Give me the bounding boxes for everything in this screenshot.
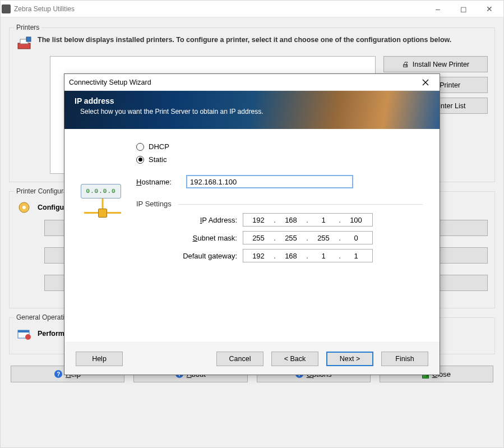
ip-octet[interactable]: 0	[341, 234, 371, 242]
static-label: Static	[149, 155, 167, 164]
ip-address-input[interactable]: 192. 168. 1. 100	[243, 213, 373, 227]
minimize-button[interactable]: –	[425, 1, 451, 17]
svg-point-4	[22, 206, 26, 209]
ip-settings-title: IP Settings	[136, 200, 175, 208]
operations-icon	[16, 326, 32, 341]
radio-icon	[136, 156, 144, 164]
svg-rect-6	[18, 330, 29, 332]
ip-octet[interactable]: 1	[308, 216, 339, 224]
ip-octet[interactable]: 192	[243, 252, 274, 260]
ip-octet[interactable]: 255	[276, 234, 306, 242]
gateway-row: Default gateway: 192. 168. 1. 1	[136, 249, 426, 262]
ip-octet[interactable]: 255	[308, 234, 339, 242]
ip-octet[interactable]: 100	[341, 216, 371, 224]
gateway-label: Default gateway:	[136, 252, 237, 260]
close-icon	[422, 79, 429, 86]
network-icon: 0.0.0.0	[81, 184, 124, 220]
ip-octet[interactable]: 168	[276, 252, 306, 260]
subnet-input[interactable]: 255. 255. 255. 0	[243, 231, 373, 244]
network-icon-column: 0.0.0.0	[78, 140, 127, 336]
ip-octet[interactable]: 255	[243, 234, 274, 242]
app-title: Zebra Setup Utilities	[11, 5, 425, 13]
svg-rect-2	[26, 37, 31, 41]
ip-address-label: IP Address:	[136, 216, 237, 224]
next-button[interactable]: Next >	[326, 352, 373, 366]
main-titlebar: Zebra Setup Utilities – ◻ ✕	[1, 1, 503, 17]
dhcp-radio[interactable]: DHCP	[136, 142, 426, 151]
add-printer-icon: 🖨	[402, 61, 409, 68]
ip-address-row: IP Address: 192. 168. 1. 100	[136, 213, 426, 227]
banner-subtitle: Select how you want the Print Server to …	[75, 108, 429, 116]
hostname-input[interactable]	[186, 175, 353, 188]
install-new-printer-button[interactable]: 🖨 Install New Printer	[383, 56, 488, 72]
subnet-label: Subnet mask:	[136, 234, 237, 242]
finish-button[interactable]: Finish	[381, 352, 428, 366]
radio-icon	[136, 143, 144, 151]
back-button[interactable]: < Back	[271, 352, 318, 366]
printers-description: The list below displays installed printe…	[38, 36, 451, 44]
network-icon-display: 0.0.0.0	[81, 184, 121, 198]
gateway-input[interactable]: 192. 168. 1. 1	[243, 249, 373, 262]
dialog-banner: IP address Select how you want the Print…	[64, 91, 440, 129]
wizard-help-button[interactable]: Help	[76, 352, 123, 366]
ip-octet[interactable]: 168	[276, 216, 306, 224]
help-icon: ?	[54, 370, 62, 378]
printers-group-title: Printers	[14, 24, 41, 31]
dialog-close-button[interactable]	[415, 74, 436, 90]
dialog-titlebar: Connectivity Setup Wizard	[64, 74, 440, 91]
hostname-label: Hostname:	[136, 178, 179, 186]
static-radio[interactable]: Static	[136, 155, 426, 164]
app-icon	[2, 4, 11, 13]
form-column: DHCP Static Hostname: IP Settings IP Add…	[136, 140, 426, 336]
gear-icon	[16, 200, 32, 215]
dialog-footer: Help Cancel < Back Next > Finish	[64, 342, 440, 375]
dhcp-label: DHCP	[149, 142, 169, 151]
maximize-button[interactable]: ◻	[451, 1, 477, 17]
ip-settings-fieldset: IP Settings IP Address: 192. 168. 1. 100…	[136, 200, 426, 262]
banner-title: IP address	[75, 96, 429, 105]
svg-point-7	[25, 334, 31, 340]
subnet-row: Subnet mask: 255. 255. 255. 0	[136, 231, 426, 244]
install-new-label: Install New Printer	[413, 61, 469, 68]
close-button[interactable]: ✕	[477, 1, 502, 17]
dialog-title: Connectivity Setup Wizard	[69, 78, 415, 86]
connectivity-wizard-dialog: Connectivity Setup Wizard IP address Sel…	[64, 73, 440, 375]
ip-octet[interactable]: 192	[243, 216, 274, 224]
ip-octet[interactable]: 1	[341, 252, 371, 260]
dialog-body: 0.0.0.0 DHCP Static Hostname: IP Setting…	[64, 129, 440, 342]
window-controls: – ◻ ✕	[425, 1, 502, 17]
hostname-row: Hostname:	[136, 175, 426, 188]
printers-icon	[16, 36, 32, 52]
ip-octet[interactable]: 1	[308, 252, 339, 260]
cancel-button[interactable]: Cancel	[216, 352, 263, 366]
